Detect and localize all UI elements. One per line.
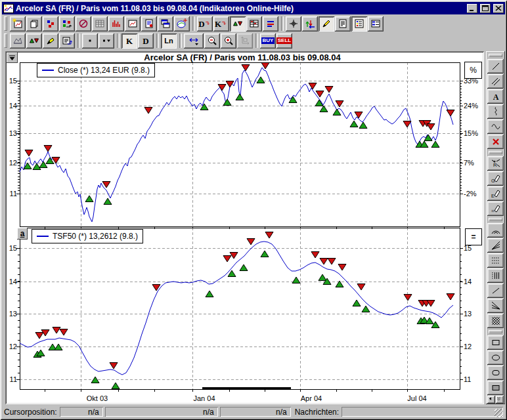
new-chart-button[interactable]: [10, 16, 26, 32]
point-style-dropdown[interactable]: [99, 33, 114, 49]
toolbar-grip[interactable]: [489, 151, 502, 154]
properties-button[interactable]: [59, 33, 75, 49]
rectangle-tool[interactable]: [487, 335, 504, 350]
zigzag-button[interactable]: [10, 33, 26, 49]
close-legend[interactable]: Close (*) 13,24 EUR (9.8.): [37, 63, 155, 77]
resize-grip[interactable]: [495, 409, 503, 417]
line-icon: [491, 61, 501, 72]
kurs-chart-button[interactable]: K: [121, 33, 137, 49]
gann-pen-tool[interactable]: G: [487, 171, 504, 186]
scatter-button[interactable]: [43, 16, 58, 32]
pane-dropdown-button[interactable]: [7, 52, 18, 63]
chart-canvas[interactable]: 1533%1424%1315%127%11-2%1515141413131212…: [5, 51, 484, 404]
redgrid-icon: [249, 18, 259, 29]
world-chart-button[interactable]: [174, 16, 190, 32]
scroll-left-button[interactable]: [487, 396, 495, 404]
toolbar-separator: [255, 33, 258, 48]
no-draw-button[interactable]: [76, 16, 91, 32]
svg-text:E: E: [491, 194, 495, 198]
levels-button[interactable]: [263, 16, 278, 32]
svg-text:13: 13: [9, 310, 17, 318]
maximize-button[interactable]: [480, 4, 491, 13]
hlines-icon: [265, 18, 276, 29]
parallel-lines-tool[interactable]: [487, 74, 504, 89]
trend-line-tool[interactable]: [487, 59, 504, 74]
delete-object-tool[interactable]: [487, 135, 504, 149]
copy-button[interactable]: [26, 16, 42, 32]
draw-button[interactable]: [319, 16, 334, 32]
line-tool[interactable]: [487, 284, 504, 298]
text-tool[interactable]: A: [487, 89, 504, 104]
buy-button[interactable]: BUY: [260, 33, 276, 49]
wave-icon: [491, 121, 501, 132]
h-zoom-button[interactable]: [184, 33, 204, 49]
daily-button[interactable]: D: [197, 16, 213, 32]
sell-button[interactable]: SELL: [276, 33, 292, 49]
marker-pen-button[interactable]: [43, 33, 58, 49]
cascade-windows-button[interactable]: [158, 16, 173, 32]
cursor-y-field: n/a: [105, 407, 218, 417]
rrect-icon: [491, 368, 501, 378]
level-pen-tool[interactable]: =: [487, 201, 504, 216]
percent-scale-button[interactable]: %: [464, 62, 482, 79]
daily-chart-button[interactable]: D: [138, 33, 154, 49]
pencil-icon: [321, 18, 332, 29]
filled-rect-tool[interactable]: [487, 381, 504, 395]
toolbar-grip[interactable]: [489, 218, 502, 221]
zoom-out-button[interactable]: [204, 33, 220, 49]
wave-tool[interactable]: [487, 119, 504, 134]
line-chart-button[interactable]: [125, 16, 141, 32]
close-button[interactable]: [493, 4, 504, 13]
buy-marker: [353, 300, 361, 306]
tsf50-legend[interactable]: TSF50 (*) 13,2612 (9.8.): [32, 229, 143, 243]
elliott-pen-tool[interactable]: E: [487, 186, 504, 201]
marker-icon: [45, 35, 56, 46]
objects-button[interactable]: [59, 16, 75, 32]
legend-button[interactable]: [351, 16, 367, 32]
toolbar-grip[interactable]: [489, 330, 502, 333]
grid-pattern-tool[interactable]: [487, 314, 504, 328]
zoom-in-button[interactable]: [221, 33, 236, 49]
speed-lines-tool[interactable]: [487, 299, 504, 313]
log-scale-button[interactable]: Ln: [161, 33, 177, 49]
toolbar-grip[interactable]: [4, 16, 7, 31]
title-bar[interactable]: Arcelor SA (FR) / Paris vom 11.08.03 bis…: [2, 2, 505, 14]
data-table-button[interactable]: [92, 16, 108, 32]
histogram-button[interactable]: [108, 16, 124, 32]
ellipse-tool[interactable]: [487, 350, 504, 365]
sell-marker: [311, 252, 319, 259]
signal-triangles-button[interactable]: [26, 33, 42, 49]
pane-collapse-button[interactable]: =: [465, 228, 482, 245]
fibonacci-arcs-tool[interactable]: [487, 223, 504, 238]
daily-chart-button-label: D: [143, 37, 148, 45]
sell-marker: [44, 146, 52, 152]
crosshair-button[interactable]: [286, 16, 301, 32]
more-tools-button[interactable]: [496, 396, 504, 404]
toolbar-grip[interactable]: [4, 33, 7, 48]
quote-list-button[interactable]: [368, 16, 384, 32]
arcs-icon: [491, 225, 501, 236]
toolbar-grip[interactable]: [489, 54, 502, 57]
svg-text:13: 13: [464, 310, 472, 318]
regression-tool[interactable]: R: [487, 156, 504, 171]
point-style-button[interactable]: [82, 33, 98, 49]
toolbar-separator: [192, 16, 195, 31]
kurs-button[interactable]: K: [213, 16, 229, 32]
svg-text:12: 12: [9, 343, 17, 350]
report-button[interactable]: [335, 16, 351, 32]
retracement-tool[interactable]: [487, 253, 504, 268]
sell-button-label: SELL: [276, 37, 292, 44]
matrix-button[interactable]: [246, 16, 262, 32]
svg-text:12: 12: [464, 343, 472, 350]
rounded-rect-tool[interactable]: [487, 366, 504, 380]
buy-marker: [223, 99, 231, 106]
chart-report-button[interactable]: [141, 16, 157, 32]
pane-a-button[interactable]: a: [17, 228, 28, 240]
minimize-button[interactable]: [467, 4, 477, 13]
shift-arrows-button[interactable]: [302, 16, 318, 32]
daily-button-label: D: [198, 20, 204, 28]
fan-lines-tool[interactable]: [487, 238, 504, 253]
time-zones-tool[interactable]: [487, 268, 504, 283]
freehand-tool[interactable]: [487, 104, 504, 119]
signals-button[interactable]: [230, 16, 246, 32]
